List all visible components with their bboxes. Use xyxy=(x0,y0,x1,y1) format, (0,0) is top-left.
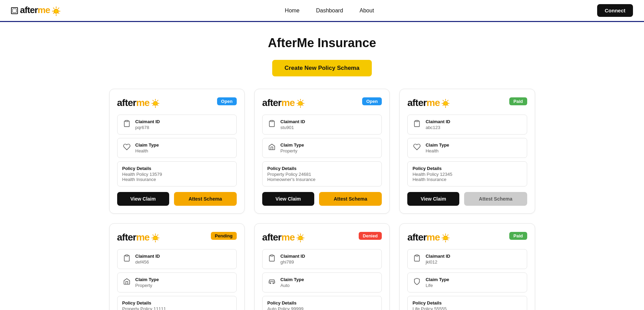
create-policy-button[interactable]: Create New Policy Schema xyxy=(272,60,372,76)
status-badge: Denied xyxy=(359,232,382,240)
svg-line-60 xyxy=(298,235,298,235)
svg-point-11 xyxy=(154,102,157,105)
claimant-id-value: pqr678 xyxy=(135,125,160,130)
claimant-row: Claimant ID stu901 xyxy=(262,115,382,135)
attest-schema-button[interactable]: Attest Schema xyxy=(174,192,237,206)
svg-line-7 xyxy=(58,13,59,13)
claim-type-value: Health xyxy=(135,148,159,153)
clipboard-icon xyxy=(122,119,131,128)
card-logo-text: afterme xyxy=(117,97,150,108)
claim-type-label: Claim Type xyxy=(135,277,159,282)
status-badge: Paid xyxy=(509,232,527,240)
claim-type-icon xyxy=(267,277,276,286)
svg-line-49 xyxy=(153,235,153,235)
card-card-4: afterme Pending xyxy=(109,223,245,310)
svg-line-73 xyxy=(443,235,444,235)
card-actions: View Claim Attest Schema xyxy=(117,192,237,206)
cards-grid: afterme Open xyxy=(98,89,546,310)
policy-type: Health Insurance xyxy=(122,177,162,182)
status-badge: Pending xyxy=(211,232,237,240)
claim-type-row: Claim Type Health xyxy=(407,138,527,158)
policy-details-row: Policy Details Health Policy 12345 Healt… xyxy=(407,161,527,186)
card-header: afterme Open xyxy=(117,97,237,108)
card-sun-icon xyxy=(440,232,451,243)
card-logo-text: afterme xyxy=(262,232,295,243)
svg-point-44 xyxy=(154,236,157,239)
svg-line-62 xyxy=(303,235,303,235)
svg-point-55 xyxy=(299,236,302,239)
clipboard-icon xyxy=(412,119,421,128)
svg-line-50 xyxy=(157,239,158,240)
svg-point-1 xyxy=(54,10,58,13)
card-logo: afterme xyxy=(262,97,306,108)
page-title: AfterMe Insurance xyxy=(0,36,644,50)
card-logo: afterme xyxy=(407,232,451,243)
logo-text: afterme xyxy=(20,5,62,16)
policy-type: Homeowner's Insurance xyxy=(267,177,316,182)
policy-name: Auto Policy 99999 xyxy=(267,306,304,310)
card-header: afterme Open xyxy=(262,97,382,108)
svg-rect-77 xyxy=(416,255,418,256)
card-logo-text: afterme xyxy=(262,97,295,108)
svg-line-41 xyxy=(443,105,444,106)
claim-type-icon xyxy=(122,277,131,286)
svg-point-66 xyxy=(273,283,274,284)
policy-details-row: Policy Details Property Policy 11111 Hom… xyxy=(117,296,237,310)
clipboard-icon xyxy=(267,254,276,263)
card-logo-text: afterme xyxy=(407,232,440,243)
svg-line-19 xyxy=(153,105,153,106)
card-card-3: afterme Paid xyxy=(399,89,535,214)
svg-point-65 xyxy=(270,283,271,284)
claim-type-row: Claim Type Property xyxy=(117,272,237,292)
policy-details-label: Policy Details xyxy=(412,166,452,171)
policy-name: Health Policy 13579 xyxy=(122,172,162,177)
claimant-id-value: jkl012 xyxy=(426,259,450,265)
claimant-id-label: Claimant ID xyxy=(280,119,305,124)
svg-line-29 xyxy=(303,100,303,101)
svg-line-75 xyxy=(448,235,448,235)
card-header: afterme Denied xyxy=(262,232,382,243)
card-card-6: afterme Paid xyxy=(399,223,535,310)
attest-schema-button: Attest Schema xyxy=(464,192,527,206)
view-claim-button[interactable]: View Claim xyxy=(407,192,459,206)
card-logo: afterme xyxy=(117,97,161,108)
card-card-2: afterme Open xyxy=(254,89,390,214)
claimant-id-label: Claimant ID xyxy=(280,254,305,259)
claimant-id-label: Claimant ID xyxy=(135,254,160,259)
logo-highlight: me xyxy=(38,5,50,15)
svg-line-40 xyxy=(448,100,448,101)
card-header: afterme Paid xyxy=(407,97,527,108)
claim-type-label: Claim Type xyxy=(280,142,304,148)
claim-type-label: Claim Type xyxy=(426,142,449,148)
svg-line-76 xyxy=(443,239,444,240)
svg-line-74 xyxy=(448,239,448,240)
card-sun-icon xyxy=(440,98,451,108)
svg-line-51 xyxy=(157,235,158,235)
claim-type-icon xyxy=(412,142,421,151)
card-actions: View Claim Attest Schema xyxy=(262,192,382,206)
claim-type-label: Claim Type xyxy=(135,142,159,148)
navbar-links: Home Dashboard About xyxy=(285,8,374,14)
card-actions: View Claim Attest Schema xyxy=(407,192,527,206)
nav-dashboard[interactable]: Dashboard xyxy=(316,8,343,14)
card-logo: afterme xyxy=(262,232,306,243)
view-claim-button[interactable]: View Claim xyxy=(117,192,169,206)
policy-details-row: Policy Details Health Policy 13579 Healt… xyxy=(117,161,237,186)
nav-home[interactable]: Home xyxy=(285,8,300,14)
connect-button[interactable]: Connect xyxy=(597,4,633,17)
svg-rect-31 xyxy=(270,120,273,122)
clipboard-icon xyxy=(267,119,276,128)
view-claim-button[interactable]: View Claim xyxy=(262,192,314,206)
claim-type-icon xyxy=(412,277,421,286)
svg-line-52 xyxy=(153,239,153,240)
svg-line-17 xyxy=(157,105,158,106)
policy-details-label: Policy Details xyxy=(122,300,171,306)
attest-schema-button[interactable]: Attest Schema xyxy=(319,192,382,206)
claim-type-label: Claim Type xyxy=(280,277,304,282)
nav-about[interactable]: About xyxy=(360,8,374,14)
claim-type-value: Life xyxy=(426,283,449,288)
policy-details-row: Policy Details Life Policy 55555 Life In… xyxy=(407,296,527,310)
clipboard-icon xyxy=(412,254,421,263)
claim-type-row: Claim Type Property xyxy=(262,138,382,158)
svg-point-22 xyxy=(299,102,302,105)
